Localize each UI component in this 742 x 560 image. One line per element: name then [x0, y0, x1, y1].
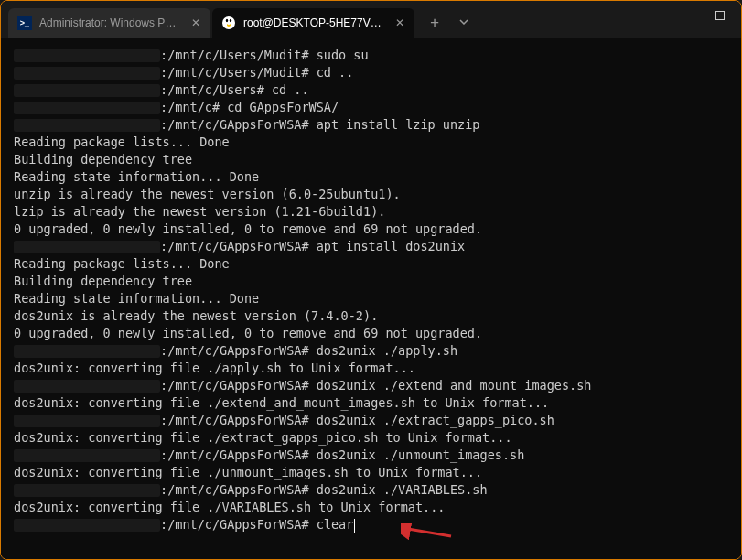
terminal-line: :/mnt/c/GAppsForWSA# dos2unix ./VARIABLE…	[14, 481, 728, 499]
window-controls	[657, 1, 741, 30]
redacted-hostname	[14, 380, 160, 393]
terminal-line: :/mnt/c/GAppsForWSA# dos2unix ./apply.sh	[14, 342, 728, 360]
prompt-path: :/mnt/c/Users#	[160, 82, 264, 97]
terminal-line: Reading state information... Done	[14, 290, 728, 307]
tab-wsl[interactable]: root@DESKTOP-5HE77VO: /mn ✕	[212, 8, 414, 38]
prompt-path: :/mnt/c/GAppsForWSA#	[160, 482, 309, 497]
powershell-icon: >_	[17, 16, 32, 30]
minimize-button[interactable]	[657, 1, 699, 30]
tab-title: root@DESKTOP-5HE77VO: /mn	[243, 16, 385, 29]
cursor	[354, 519, 355, 533]
terminal-line: dos2unix: converting file ./apply.sh to …	[14, 360, 728, 377]
terminal-line: Reading package lists... Done	[14, 134, 728, 151]
command-text: dos2unix ./apply.sh	[309, 343, 458, 358]
close-icon[interactable]: ✕	[188, 16, 203, 30]
terminal-line: :/mnt/c/Users/Mudit# cd ..	[14, 64, 728, 81]
terminal-line: Building dependency tree	[14, 273, 728, 290]
redacted-hostname	[14, 415, 160, 427]
prompt-path: :/mnt/c/GAppsForWSA#	[160, 343, 309, 358]
prompt-path: :/mnt/c/GAppsForWSA#	[160, 447, 309, 462]
command-text: dos2unix ./VARIABLES.sh	[309, 482, 488, 497]
command-text: dos2unix ./unmount_images.sh	[309, 447, 525, 462]
tab-dropdown[interactable]	[449, 7, 479, 37]
command-text: dos2unix ./extend_and_mount_images.sh	[309, 378, 592, 393]
prompt-path: :/mnt/c/GAppsForWSA#	[160, 239, 309, 253]
command-text: apt install dos2unix	[309, 239, 466, 253]
prompt-path: :/mnt/c/GAppsForWSA#	[160, 413, 309, 427]
terminal-line: 0 upgraded, 0 newly installed, 0 to remo…	[14, 221, 728, 238]
svg-rect-3	[673, 16, 683, 16]
redacted-hostname	[14, 345, 160, 358]
terminal-window: >_ Administrator: Windows PowerS ✕ root@…	[0, 0, 742, 560]
command-text: cd GAppsForWSA/	[220, 100, 339, 114]
tab-powershell[interactable]: >_ Administrator: Windows PowerS ✕	[8, 8, 210, 38]
command-text: cd ..	[309, 65, 354, 80]
terminal-line: :/mnt/c/GAppsForWSA# apt install dos2uni…	[14, 238, 728, 255]
terminal-line: Reading package lists... Done	[14, 255, 728, 273]
terminal-line: 0 upgraded, 0 newly installed, 0 to remo…	[14, 325, 728, 342]
terminal-line: dos2unix is already the newest version (…	[14, 307, 728, 325]
terminal-line: Reading state information... Done	[14, 168, 728, 186]
terminal-line: dos2unix: converting file ./VARIABLES.sh…	[14, 499, 728, 516]
redacted-hostname	[14, 519, 160, 532]
command-text: dos2unix ./extract_gapps_pico.sh	[309, 413, 554, 427]
redacted-hostname	[14, 84, 160, 97]
terminal-line: :/mnt/c# cd GAppsForWSA/	[14, 99, 728, 116]
command-text: apt install lzip unzip	[309, 117, 480, 132]
terminal-content[interactable]: :/mnt/c/Users/Mudit# sudo su:/mnt/c/User…	[1, 38, 741, 559]
terminal-line: :/mnt/c/GAppsForWSA# dos2unix ./unmount_…	[14, 447, 728, 464]
svg-point-0	[222, 16, 235, 29]
redacted-hostname	[14, 119, 160, 132]
command-text: cd ..	[264, 82, 309, 97]
terminal-line: :/mnt/c/GAppsForWSA# dos2unix ./extend_a…	[14, 377, 728, 394]
svg-point-1	[226, 19, 228, 23]
prompt-path: :/mnt/c/GAppsForWSA#	[160, 378, 309, 393]
command-text: sudo su	[309, 48, 369, 62]
close-icon[interactable]: ✕	[393, 16, 407, 30]
terminal-line: :/mnt/c/GAppsForWSA# clear	[14, 516, 728, 533]
terminal-line: Building dependency tree	[14, 151, 728, 168]
redacted-hostname	[14, 67, 160, 80]
svg-rect-4	[716, 12, 725, 20]
command-text: clear	[309, 517, 354, 532]
redacted-hostname	[14, 49, 160, 62]
prompt-path: :/mnt/c/GAppsForWSA#	[160, 517, 309, 532]
redacted-hostname	[14, 449, 160, 462]
terminal-line: lzip is already the newest version (1.21…	[14, 203, 728, 221]
redacted-hostname	[14, 241, 160, 253]
redacted-hostname	[14, 102, 160, 114]
prompt-path: :/mnt/c/Users/Mudit#	[160, 48, 309, 62]
prompt-path: :/mnt/c/GAppsForWSA#	[160, 117, 309, 132]
terminal-line: dos2unix: converting file ./extend_and_m…	[14, 394, 728, 412]
svg-point-2	[230, 19, 231, 23]
prompt-path: :/mnt/c/Users/Mudit#	[160, 65, 309, 80]
terminal-line: :/mnt/c/GAppsForWSA# dos2unix ./extract_…	[14, 412, 728, 429]
terminal-line: :/mnt/c/GAppsForWSA# apt install lzip un…	[14, 116, 728, 134]
linux-icon	[221, 16, 236, 30]
tab-title: Administrator: Windows PowerS	[39, 16, 181, 29]
titlebar: >_ Administrator: Windows PowerS ✕ root@…	[1, 1, 741, 38]
terminal-line: dos2unix: converting file ./unmount_imag…	[14, 464, 728, 481]
terminal-line: :/mnt/c/Users# cd ..	[14, 81, 728, 99]
terminal-line: :/mnt/c/Users/Mudit# sudo su	[14, 47, 728, 64]
redacted-hostname	[14, 484, 160, 497]
prompt-path: :/mnt/c#	[160, 100, 220, 114]
new-tab-button[interactable]: +	[420, 7, 449, 37]
maximize-button[interactable]	[699, 1, 741, 30]
terminal-line: unzip is already the newest version (6.0…	[14, 186, 728, 203]
terminal-line: dos2unix: converting file ./extract_gapp…	[14, 429, 728, 447]
